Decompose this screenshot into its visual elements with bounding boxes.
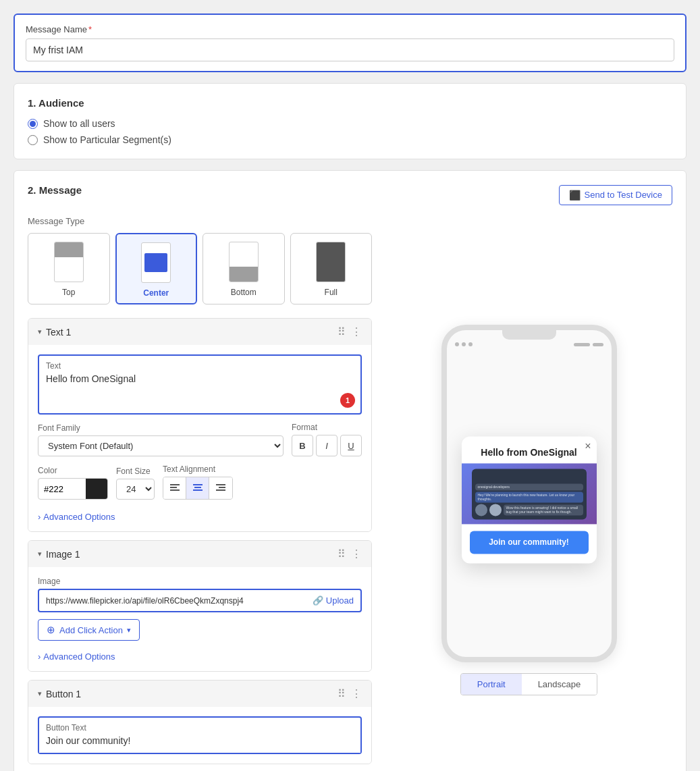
message-title: 2. Message — [28, 184, 82, 196]
msg-type-center[interactable]: Center — [115, 233, 198, 304]
audience-title: 1. Audience — [28, 97, 672, 109]
color-swatch[interactable] — [86, 478, 107, 500]
text1-textarea[interactable]: Hello from OneSignal — [39, 371, 360, 411]
font-size-label: Font Size — [116, 467, 155, 476]
page-wrapper: Message Name* 1. Audience Show to all us… — [14, 14, 686, 771]
image1-url-wrap: 🔗 Upload — [38, 589, 362, 612]
format-label: Format — [292, 423, 362, 432]
image1-advanced-options[interactable]: › Advanced Options — [38, 647, 362, 662]
text1-drag-icon: ⠿ — [338, 325, 346, 338]
format-italic[interactable]: I — [316, 435, 338, 456]
svg-rect-6 — [216, 484, 225, 485]
msg-type-center-icon — [141, 242, 171, 283]
required-marker: * — [88, 24, 92, 34]
text1-field-label: Text — [39, 356, 360, 371]
chevron-right-icon-2: › — [38, 652, 41, 662]
two-panel: ▾ Text 1 ⠿ ⋮ Text Hello from OneSignal — [28, 318, 672, 764]
audience-radio-all[interactable]: Show to all users — [28, 118, 672, 129]
button1-text-wrap: Button Text — [38, 716, 362, 754]
landscape-btn[interactable]: Landscape — [522, 674, 597, 695]
text1-color-row: Color Font Size 24 12 — [38, 464, 362, 500]
format-group: Format B I U — [292, 423, 362, 456]
text1-more-icon[interactable]: ⋮ — [351, 325, 362, 338]
align-center[interactable] — [186, 477, 209, 499]
add-click-action-label: Add Click Action — [59, 625, 123, 635]
font-size-group: Font Size 24 12 14 16 18 20 28 — [116, 467, 155, 500]
portrait-btn[interactable]: Portrait — [461, 674, 522, 695]
image1-title: Image 1 — [46, 549, 80, 560]
image1-url-input[interactable] — [46, 596, 313, 606]
color-text-input[interactable] — [38, 484, 86, 494]
font-family-label: Font Family — [38, 423, 284, 433]
font-size-select[interactable]: 24 12 14 16 18 20 28 — [116, 479, 155, 500]
audience-radio-segment[interactable]: Show to Particular Segment(s) — [28, 134, 672, 145]
button1-header[interactable]: ▾ Button 1 ⠿ ⋮ — [28, 681, 371, 707]
button1-text-input[interactable] — [39, 733, 360, 753]
msg-type-full[interactable]: Full — [290, 233, 373, 304]
message-name-input[interactable] — [26, 38, 674, 61]
msg-type-bottom[interactable]: Bottom — [203, 233, 285, 304]
color-group: Color — [38, 466, 108, 500]
message-type-grid: Top Center Bottom Full — [28, 233, 372, 304]
modal-cta-button[interactable]: Join our community! — [470, 531, 589, 554]
font-family-select[interactable]: System Font (Default) — [38, 435, 284, 456]
align-buttons — [163, 477, 233, 500]
send-test-label: Send to Test Device — [585, 190, 662, 200]
image1-drag-icon: ⠿ — [338, 548, 346, 560]
modal-image: onesignal-developers Hey! We're planning… — [462, 463, 597, 524]
audience-section: 1. Audience Show to all users Show to Pa… — [14, 83, 686, 159]
modal-title: Hello from OneSignal — [462, 436, 597, 463]
button1-more-icon[interactable]: ⋮ — [351, 687, 362, 700]
image1-chevron: ▾ — [38, 550, 42, 558]
view-toggle: Portrait Landscape — [460, 673, 598, 695]
format-underline[interactable]: U — [340, 435, 362, 456]
modal-close-icon[interactable]: × — [585, 440, 591, 452]
message-header: 2. Message ⬛ Send to Test Device — [28, 184, 672, 205]
svg-rect-1 — [170, 487, 177, 488]
right-panel: × Hello from OneSignal onesignal-develop… — [385, 318, 672, 764]
format-buttons: B I U — [292, 435, 362, 456]
button1-chevron: ▾ — [38, 689, 42, 698]
svg-rect-7 — [219, 487, 225, 488]
msg-type-top[interactable]: Top — [28, 233, 110, 304]
left-panel: ▾ Text 1 ⠿ ⋮ Text Hello from OneSignal — [28, 318, 372, 764]
msg-type-top-icon — [54, 242, 84, 282]
send-test-button[interactable]: ⬛ Send to Test Device — [559, 185, 672, 205]
message-name-label-text: Message Name — [26, 24, 87, 34]
text1-char-badge: 1 — [340, 393, 355, 408]
image1-more-icon[interactable]: ⋮ — [351, 548, 362, 560]
button1-block: ▾ Button 1 ⠿ ⋮ Button Text — [28, 680, 372, 764]
send-icon: ⬛ — [569, 190, 581, 201]
image1-header[interactable]: ▾ Image 1 ⠿ ⋮ — [28, 541, 371, 567]
msg-type-full-icon — [316, 242, 346, 282]
phone-modal: × Hello from OneSignal onesignal-develop… — [462, 436, 597, 563]
plus-circle-icon: ⊕ — [47, 624, 55, 636]
format-bold[interactable]: B — [292, 435, 313, 456]
image1-field-label: Image — [38, 577, 362, 589]
phone-notch — [502, 330, 556, 340]
color-input-wrap — [38, 478, 108, 500]
message-section: 2. Message ⬛ Send to Test Device Message… — [14, 170, 686, 771]
svg-rect-3 — [193, 484, 203, 485]
text1-body: Text Hello from OneSignal 1 Font Family … — [28, 345, 371, 531]
image1-block: ▾ Image 1 ⠿ ⋮ Image 🔗 — [28, 540, 372, 672]
phone-preview: × Hello from OneSignal onesignal-develop… — [441, 325, 617, 662]
dropdown-arrow-icon: ▾ — [127, 626, 131, 635]
message-name-section: Message Name* — [14, 14, 686, 72]
text1-chevron: ▾ — [38, 327, 42, 336]
phone-status-bar — [447, 340, 612, 349]
image1-body: Image 🔗 Upload ⊕ Add Click Action ▾ — [28, 567, 371, 671]
align-left[interactable] — [163, 477, 186, 499]
align-right[interactable] — [209, 477, 232, 499]
text1-advanced-options[interactable]: › Advanced Options — [38, 508, 362, 522]
button1-text-label: Button Text — [39, 718, 360, 733]
text1-header[interactable]: ▾ Text 1 ⠿ ⋮ — [28, 319, 371, 345]
text-align-label: Text Alignment — [163, 464, 233, 474]
avatar-1 — [475, 504, 487, 516]
image1-upload-link[interactable]: 🔗 Upload — [313, 595, 354, 606]
avatar-2 — [489, 504, 502, 516]
msg-type-bottom-icon — [229, 242, 259, 282]
add-click-action-button[interactable]: ⊕ Add Click Action ▾ — [38, 619, 140, 641]
button1-title: Button 1 — [46, 689, 81, 699]
font-family-group: Font Family System Font (Default) — [38, 423, 284, 456]
